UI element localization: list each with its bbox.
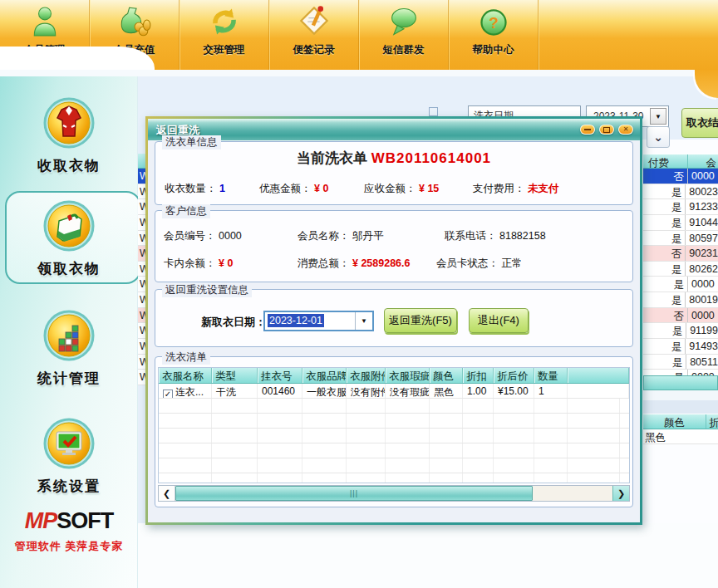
close-icon[interactable] — [618, 125, 633, 135]
orders-table-header: 付费 会 — [643, 154, 718, 169]
laundry-row[interactable]: ✓连衣...干洗001460一般衣服没有附件没有瑕疵黑色1.00¥15.001 — [159, 384, 629, 399]
sidebar-item-statistics[interactable]: 统计管理 — [0, 309, 138, 388]
order-row[interactable]: 是80262 — [643, 262, 718, 277]
laundry-list-group: 洗衣清单 衣服名称类型挂衣号衣服品牌衣服附件衣服瑕疵颜色折扣折后价数量 ✓连衣.… — [155, 356, 633, 507]
field-discount-amount: 优惠金额： ¥ 0 — [259, 182, 328, 196]
empty-cell — [212, 414, 258, 428]
order-row[interactable]: 是80019 — [643, 292, 718, 308]
empty-cell — [494, 443, 534, 458]
new-pickup-date-combobox[interactable]: 2023-12-01 ▼ — [263, 311, 374, 331]
member-manage-icon — [31, 0, 59, 38]
detail-table-row[interactable]: 黑色 — [643, 429, 718, 444]
dialog-titlebar[interactable]: 返回重洗 — [148, 119, 640, 140]
empty-cell — [463, 443, 494, 458]
order-row[interactable]: 是91493 — [643, 339, 718, 355]
rewash-settings-legend: 返回重洗设置信息 — [162, 283, 252, 297]
below-dialog-background — [138, 523, 718, 588]
order-row[interactable]: 是80511 — [643, 355, 718, 370]
scrollbar-thumb[interactable]: ||| — [175, 486, 533, 501]
toolbar-item-shift-manage[interactable]: 交班管理 — [180, 0, 269, 70]
order-row[interactable]: 否0000 — [643, 169, 718, 184]
empty-cell — [568, 414, 620, 428]
empty-cell — [347, 414, 386, 428]
order-row[interactable]: 是0000 — [643, 277, 718, 292]
empty-cell — [258, 458, 302, 473]
empty-cell — [534, 473, 568, 483]
scroll-left-icon[interactable]: ❮ — [159, 486, 175, 501]
current-order-label: 当前洗衣单 — [297, 150, 367, 166]
horizontal-scrollbar[interactable]: ❮ ||| ❯ — [158, 485, 630, 502]
empty-cell — [159, 429, 212, 443]
laundry-empty-row — [159, 458, 629, 473]
detail-header-discount: 折 — [706, 414, 718, 429]
logo-soft: SOFT — [57, 507, 113, 535]
laundry-header-cell[interactable]: 数量 — [534, 368, 568, 383]
order-row[interactable]: 是0000 — [643, 370, 718, 375]
detail-table-header: 颜色 折 — [643, 414, 718, 429]
order-row[interactable]: 是80597 — [643, 231, 718, 247]
order-paid-cell: 是 — [643, 199, 686, 214]
laundry-header-cell[interactable]: 类型 — [212, 368, 258, 383]
empty-cell — [494, 414, 534, 428]
empty-cell — [258, 429, 302, 443]
empty-cell — [568, 458, 620, 473]
order-number-sliver: W — [138, 215, 145, 231]
laundry-cell: ¥15.00 — [494, 384, 534, 398]
maximize-icon[interactable] — [599, 125, 614, 135]
exit-button[interactable]: 退出(F4) — [469, 308, 529, 333]
laundry-header-cell[interactable]: 挂衣号 — [258, 368, 302, 383]
order-row[interactable]: 是91044 — [643, 215, 718, 231]
minimize-icon[interactable] — [580, 125, 595, 135]
empty-cell — [159, 458, 212, 473]
field-card-balance: 卡内余额： ¥ 0 — [164, 257, 233, 271]
orders-scrollband[interactable] — [643, 375, 718, 390]
toolbar-item-sms-broadcast[interactable]: 短信群发 — [359, 0, 449, 70]
laundry-header-cell[interactable]: 衣服品牌 — [302, 368, 347, 383]
scroll-right-icon[interactable]: ❯ — [612, 486, 629, 501]
order-row[interactable]: 是91199 — [643, 323, 718, 339]
sidebar-item-system-settings[interactable]: 系统设置 — [0, 417, 138, 496]
receive-clothes-icon — [42, 96, 96, 153]
order-member-cell: 0000 — [688, 277, 718, 292]
order-row[interactable]: 是91233 — [643, 199, 718, 215]
order-row[interactable]: 是80023 — [643, 184, 718, 200]
order-number-sliver: W — [138, 355, 145, 370]
laundry-table-header: 衣服名称类型挂衣号衣服品牌衣服附件衣服瑕疵颜色折扣折后价数量 — [159, 368, 629, 384]
empty-cell — [463, 399, 494, 413]
empty-cell — [430, 399, 463, 413]
laundry-header-cell[interactable]: 颜色 — [430, 368, 463, 383]
order-member-cell: 90231 — [686, 246, 718, 261]
laundry-header-cell[interactable]: 衣服名称 — [159, 368, 212, 383]
left-sidebar: 收取衣物 领取衣物 统计管理 系统设置 MPSOFT 管理软件 美萍是专家 — [0, 76, 138, 588]
filter-checkbox[interactable] — [429, 107, 438, 116]
toolbar-item-help-center[interactable]: ? 帮助中心 — [449, 0, 538, 70]
order-member-cell: 91233 — [686, 199, 718, 214]
laundry-header-cell[interactable]: 衣服瑕疵 — [386, 368, 430, 383]
sidebar-item-pickup-clothes[interactable]: 领取衣物 — [0, 199, 138, 278]
dropdown-arrow-icon[interactable]: ▼ — [355, 312, 372, 330]
laundry-header-cell[interactable]: 衣服附件 — [347, 368, 386, 383]
empty-cell — [568, 473, 620, 483]
row-checkbox[interactable]: ✓ — [163, 390, 173, 398]
rewash-button[interactable]: 返回重洗(F5) — [384, 308, 457, 333]
sidebar-item-label: 收取衣物 — [0, 156, 138, 175]
order-row[interactable]: 否0000 — [643, 308, 718, 324]
order-row[interactable]: 否90231 — [643, 246, 718, 262]
order-member-cell: 80019 — [686, 292, 718, 307]
dropdown-arrow-icon[interactable]: ▼ — [650, 108, 666, 125]
toolbar-item-memo-note[interactable]: 便签记录 — [269, 0, 359, 70]
laundry-cell: 1.00 — [463, 384, 494, 398]
laundry-empty-row — [159, 443, 629, 458]
collapsed-combobox[interactable]: ⌄ — [647, 126, 670, 148]
pickup-settle-button[interactable]: 取衣结单 — [681, 108, 718, 138]
background-panel — [643, 390, 718, 400]
toolbar-bottom-strip — [0, 70, 696, 76]
sidebar-item-receive-clothes[interactable]: 收取衣物 — [0, 96, 138, 175]
laundry-table-body: ✓连衣...干洗001460一般衣服没有附件没有瑕疵黑色1.00¥15.001 — [159, 384, 629, 483]
order-member-cell: 91199 — [686, 323, 718, 338]
empty-cell — [534, 429, 568, 443]
toolbar-item-label: 交班管理 — [204, 43, 245, 57]
empty-cell — [430, 429, 463, 443]
laundry-header-cell[interactable]: 折后价 — [494, 368, 534, 383]
laundry-header-cell[interactable]: 折扣 — [463, 368, 494, 383]
